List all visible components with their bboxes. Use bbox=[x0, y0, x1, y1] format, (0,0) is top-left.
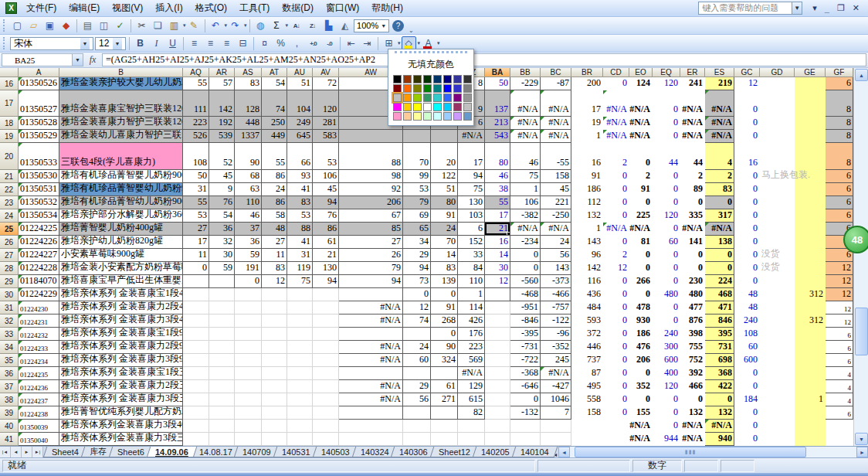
grid-cell[interactable] bbox=[262, 367, 287, 380]
column-header[interactable]: BC bbox=[541, 68, 571, 77]
grid-cell[interactable] bbox=[287, 328, 313, 341]
grid-cell[interactable]: #N/A bbox=[705, 90, 734, 117]
color-swatch[interactable] bbox=[433, 94, 442, 102]
grid-cell[interactable]: 112 bbox=[571, 196, 603, 209]
align-left-icon[interactable]: ≡ bbox=[187, 36, 202, 51]
grid-cell[interactable]: 219 bbox=[705, 77, 734, 90]
grid-cell[interactable]: 52 bbox=[209, 143, 235, 170]
grid-cell[interactable] bbox=[485, 420, 510, 433]
tab-nav-button[interactable]: ►| bbox=[32, 447, 43, 457]
color-swatch[interactable] bbox=[443, 84, 452, 93]
grid-cell[interactable] bbox=[485, 354, 510, 367]
row-header[interactable]: 40 bbox=[0, 420, 19, 433]
grid-cell[interactable] bbox=[541, 433, 571, 446]
restore-icon[interactable]: ❐ bbox=[833, 3, 849, 13]
grid-cell[interactable]: 48 bbox=[734, 301, 760, 314]
color-swatch[interactable] bbox=[403, 103, 412, 111]
grid-cell[interactable]: 0 bbox=[603, 196, 629, 209]
grid-cell[interactable]: 雅培亲护幼儿奶粉820g罐 bbox=[59, 236, 183, 249]
column-header[interactable]: GD bbox=[760, 68, 795, 77]
grid-cell[interactable]: 6 bbox=[826, 183, 853, 196]
color-swatch[interactable] bbox=[423, 84, 432, 93]
grid-cell[interactable]: 132 bbox=[680, 406, 705, 420]
grid-cell[interactable]: 0 bbox=[734, 117, 760, 130]
grid-cell[interactable]: -96 bbox=[541, 328, 571, 341]
grid-cell[interactable]: 0 bbox=[603, 77, 629, 90]
color-swatch[interactable] bbox=[403, 75, 412, 83]
zoom-select[interactable]: 100%▼ bbox=[354, 19, 389, 32]
grid-cell[interactable]: 59 bbox=[235, 249, 262, 262]
grid-cell[interactable]: 20 bbox=[431, 143, 458, 170]
grid-cell[interactable]: 116 bbox=[571, 275, 603, 288]
grid-cell[interactable] bbox=[795, 196, 826, 209]
grid-cell[interactable]: 01224238 bbox=[19, 406, 59, 420]
grid-cell[interactable] bbox=[287, 393, 313, 406]
grid-cell[interactable] bbox=[209, 275, 235, 288]
italic-icon[interactable]: I bbox=[149, 36, 164, 51]
grid-cell[interactable]: 940 bbox=[705, 433, 734, 446]
grid-cell[interactable]: 0 bbox=[653, 223, 680, 236]
grid-cell[interactable]: 0 bbox=[653, 183, 680, 196]
grid-cell[interactable]: 176 bbox=[458, 328, 485, 341]
grid-cell[interactable]: 245 bbox=[541, 354, 571, 367]
grid-cell[interactable]: 01350040 bbox=[19, 433, 59, 446]
grid-cell[interactable]: 60 bbox=[653, 236, 680, 249]
grid-cell[interactable]: 0 bbox=[705, 393, 734, 406]
grid-cell[interactable] bbox=[235, 406, 262, 420]
grid-cell[interactable]: #N/A bbox=[629, 117, 653, 130]
grid-cell[interactable] bbox=[485, 367, 510, 380]
grid-cell[interactable]: 91 bbox=[431, 209, 458, 223]
grid-cell[interactable]: 6 bbox=[826, 328, 853, 341]
window-dropdown-icon[interactable]: ▾ bbox=[809, 3, 821, 13]
grid-cell[interactable] bbox=[262, 420, 287, 433]
tab-nav-button[interactable]: ► bbox=[22, 447, 32, 457]
grid-cell[interactable]: #N/A bbox=[603, 130, 629, 143]
grid-cell[interactable]: 114 bbox=[458, 301, 485, 314]
grid-cell[interactable] bbox=[760, 275, 795, 288]
grid-cell[interactable] bbox=[287, 367, 313, 380]
grid-cell[interactable]: 142 bbox=[209, 90, 235, 117]
grid-cell[interactable]: 158 bbox=[541, 170, 571, 183]
align-right-icon[interactable]: ≡ bbox=[219, 36, 234, 51]
grid-cell[interactable]: 61 bbox=[313, 236, 339, 249]
grid-cell[interactable]: 476 bbox=[629, 341, 653, 354]
grid-cell[interactable]: #N/A bbox=[339, 393, 403, 406]
grid-cell[interactable]: #N/A bbox=[339, 301, 403, 314]
grid-cell[interactable]: 01224235 bbox=[19, 367, 59, 380]
grid-cell[interactable]: 139 bbox=[431, 275, 458, 288]
row-header[interactable]: 22 bbox=[0, 183, 19, 196]
menu-item[interactable]: 格式(O) bbox=[189, 1, 233, 15]
decrease-decimal-icon[interactable]: -.0 bbox=[322, 36, 337, 51]
undo-icon-dropdown[interactable]: ▾ bbox=[225, 22, 228, 29]
grid-cell[interactable]: #N/A bbox=[339, 380, 403, 393]
no-fill-button[interactable]: 无填充颜色 bbox=[391, 56, 471, 72]
grid-cell[interactable] bbox=[795, 183, 826, 196]
grid-cell[interactable] bbox=[339, 130, 403, 143]
grid-cell[interactable]: 58 bbox=[262, 209, 287, 223]
row-header[interactable]: 20 bbox=[0, 143, 19, 170]
grid-cell[interactable]: 755 bbox=[680, 341, 705, 354]
grid-cell[interactable]: 92 bbox=[339, 183, 403, 196]
grid-cell[interactable]: 12 bbox=[826, 262, 853, 275]
grid-cell[interactable]: #N/A bbox=[339, 314, 403, 328]
color-swatch[interactable] bbox=[463, 94, 472, 102]
grid-cell[interactable]: 2 bbox=[603, 143, 629, 170]
grid-cell[interactable]: 46 bbox=[235, 209, 262, 223]
grid-cell[interactable]: 55 bbox=[262, 143, 287, 170]
grid-cell[interactable] bbox=[485, 433, 510, 446]
column-header[interactable]: AQ bbox=[183, 68, 209, 77]
scroll-left-icon[interactable]: ◄ bbox=[558, 447, 570, 457]
grid-cell[interactable]: 143 bbox=[571, 236, 603, 249]
grid-cell[interactable]: 31 bbox=[287, 249, 313, 262]
align-center-icon[interactable]: ≡ bbox=[203, 36, 218, 51]
grid-cell[interactable]: 74 bbox=[403, 314, 431, 328]
grid-cell[interactable] bbox=[760, 301, 795, 314]
grid-cell[interactable]: 0 bbox=[734, 236, 760, 249]
grid-cell[interactable]: 12 bbox=[734, 77, 760, 90]
grid-cell[interactable]: 雅培有机珍品菁智幼儿奶粉900g（3 bbox=[59, 196, 183, 209]
grid-cell[interactable]: 90 bbox=[431, 341, 458, 354]
grid-cell[interactable]: 317 bbox=[705, 209, 734, 223]
grid-cell[interactable]: 01350039 bbox=[19, 420, 59, 433]
grid-cell[interactable] bbox=[431, 406, 458, 420]
chart-wizard-icon[interactable]: ▙ bbox=[321, 19, 336, 33]
